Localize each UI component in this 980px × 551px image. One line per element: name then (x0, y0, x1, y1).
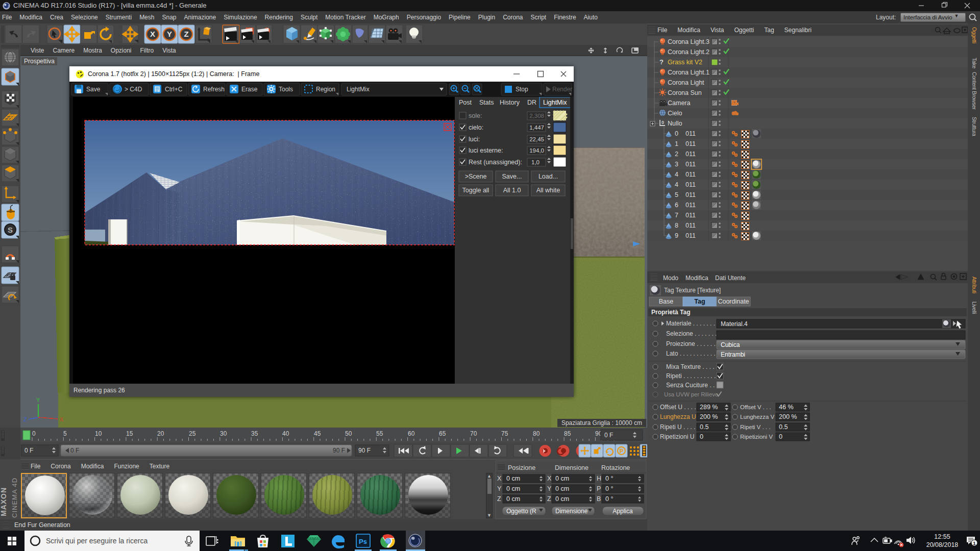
svg-text:Camera: Camera (668, 99, 691, 107)
svg-text:Corona Light.2: Corona Light.2 (668, 48, 709, 56)
svg-text:40: 40 (282, 430, 289, 437)
svg-text:Cielo: Cielo (668, 110, 682, 117)
svg-text:50: 50 (345, 430, 352, 437)
svg-text:Ps: Ps (359, 538, 367, 545)
svg-text:5: 5 (63, 430, 67, 437)
svg-text:Material.4: Material.4 (721, 320, 748, 328)
svg-text:25: 25 (189, 430, 196, 437)
svg-text:S: S (8, 226, 13, 234)
svg-text:1: 1 (675, 140, 678, 147)
svg-text:0.5: 0.5 (779, 423, 788, 431)
svg-text:55: 55 (376, 430, 383, 437)
svg-text:P: P (620, 448, 623, 454)
svg-text:90 F: 90 F (333, 447, 345, 454)
svg-text:15: 15 (126, 430, 133, 437)
svg-text:011: 011 (685, 130, 696, 137)
svg-text:Corona Light.1: Corona Light.1 (668, 69, 709, 76)
svg-text:2,308: 2,308 (529, 113, 544, 119)
svg-text:Tag: Tag (694, 298, 705, 305)
svg-text:0: 0 (675, 130, 678, 137)
svg-text:Refresh: Refresh (203, 86, 225, 93)
svg-text:X: X (60, 416, 64, 422)
svg-text:Ripeti V . . .: Ripeti V . . . (740, 424, 770, 430)
svg-text:Z: Z (23, 416, 27, 422)
svg-text:011: 011 (685, 202, 696, 209)
svg-text:22,45: 22,45 (529, 136, 544, 142)
svg-text:0 F: 0 F (604, 432, 613, 439)
svg-text:011: 011 (685, 140, 696, 147)
svg-text:Posizione: Posizione (508, 464, 535, 471)
svg-text:4: 4 (675, 181, 678, 188)
svg-text:0 °: 0 ° (605, 485, 613, 492)
svg-text:65: 65 (439, 430, 446, 437)
svg-text:0 °: 0 ° (605, 495, 613, 503)
svg-text:LightMix: LightMix (543, 99, 567, 106)
svg-text:Entrambi: Entrambi (721, 351, 745, 358)
svg-text:011: 011 (685, 222, 696, 229)
svg-text:MAXON: MAXON (0, 487, 8, 516)
svg-text:Post: Post (459, 99, 472, 106)
svg-text:sole:: sole: (469, 112, 482, 119)
svg-text:Rest (unassigned):: Rest (unassigned): (469, 159, 522, 166)
svg-text:Y: Y (547, 485, 552, 492)
svg-text:46 %: 46 % (779, 404, 794, 411)
svg-text:Senza Cuciture . . . .: Senza Cuciture . . . . (666, 382, 722, 389)
svg-text:Coordinate: Coordinate (718, 298, 749, 305)
svg-text:0: 0 (779, 433, 782, 440)
svg-text:Dimensione: Dimensione (555, 464, 589, 471)
svg-text:>Scene: >Scene (465, 173, 487, 180)
svg-text:CINEMA 4D: CINEMA 4D (11, 478, 18, 518)
svg-text:cielo:: cielo: (469, 124, 483, 131)
svg-text:Dimensione: Dimensione (555, 508, 588, 515)
svg-text:Modo: Modo (663, 274, 678, 282)
svg-text:Save: Save (86, 86, 101, 93)
svg-text:Load...: Load... (538, 173, 558, 180)
svg-text:20: 20 (157, 430, 164, 437)
svg-text:Rotazione: Rotazione (601, 464, 630, 471)
svg-text:DR: DR (527, 99, 536, 106)
svg-text:10: 10 (95, 430, 102, 437)
svg-text:60: 60 (408, 430, 415, 437)
svg-text:011: 011 (685, 161, 696, 168)
svg-text:1,0: 1,0 (531, 159, 540, 165)
svg-text:Save...: Save... (502, 173, 522, 180)
svg-text:Ctrl+C: Ctrl+C (165, 86, 183, 93)
svg-text:0 cm: 0 cm (506, 475, 520, 482)
svg-text:75: 75 (501, 430, 508, 437)
svg-text:1,447: 1,447 (529, 124, 544, 131)
svg-text:Ripeti . . . . . . . . . . . .: Ripeti . . . . . . . . . . . . (666, 372, 723, 380)
svg-text:H: H (597, 475, 601, 482)
svg-text:Dati Utente: Dati Utente (715, 274, 746, 282)
svg-text:70: 70 (470, 430, 477, 437)
svg-text:0 F: 0 F (70, 447, 79, 454)
svg-text:90 F: 90 F (358, 447, 371, 454)
svg-text:Y: Y (167, 30, 172, 38)
svg-text:Ripeti U . . . .: Ripeti U . . . . (660, 423, 695, 431)
svg-text:Lunghezza V: Lunghezza V (740, 414, 774, 420)
svg-text:011: 011 (685, 232, 696, 239)
svg-text:Grass kit V2: Grass kit V2 (668, 59, 702, 66)
svg-text:Offset V . . .: Offset V . . . (740, 404, 771, 410)
svg-text:Stats: Stats (479, 99, 494, 106)
svg-text:X: X (547, 475, 552, 482)
svg-text:6: 6 (675, 202, 678, 209)
svg-text:45: 45 (314, 430, 321, 437)
svg-text:Y: Y (36, 397, 40, 403)
svg-text:Proiezione . . . . . . . .: Proiezione . . . . . . . . (666, 340, 722, 347)
svg-text:0 cm: 0 cm (555, 495, 569, 503)
svg-text:30: 30 (220, 430, 227, 437)
svg-text:0: 0 (32, 430, 36, 437)
svg-text:P: P (597, 485, 601, 492)
svg-text:Corona Light.3: Corona Light.3 (668, 38, 709, 45)
svg-text:011: 011 (685, 181, 696, 188)
svg-text:0 cm: 0 cm (555, 485, 569, 492)
svg-text:8: 8 (675, 222, 678, 229)
svg-text:?: ? (659, 58, 664, 66)
svg-text:289 %: 289 % (700, 404, 718, 411)
svg-text:Ripetizioni U: Ripetizioni U (660, 433, 694, 440)
svg-text:Modifica: Modifica (685, 274, 708, 282)
svg-text:Proprietà Tag: Proprietà Tag (651, 309, 690, 316)
svg-text:X: X (497, 475, 502, 482)
svg-text:2: 2 (675, 151, 678, 158)
svg-text:Render: Render (552, 86, 572, 93)
